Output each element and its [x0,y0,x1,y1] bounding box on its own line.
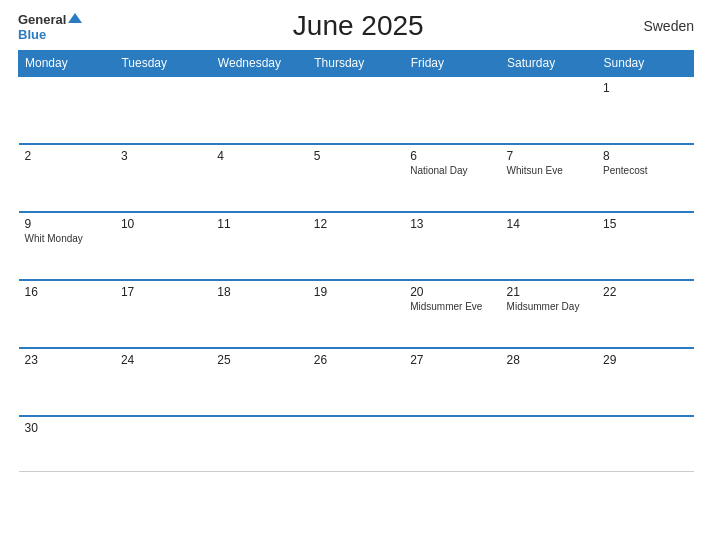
calendar-container: General Blue June 2025 Sweden MondayTues… [0,0,712,550]
calendar-cell: 6National Day [404,144,500,212]
calendar-cell [308,416,404,471]
day-number: 24 [121,353,205,367]
day-number: 21 [507,285,591,299]
calendar-cell: 5 [308,144,404,212]
calendar-cell [115,76,211,144]
calendar-cell [404,416,500,471]
day-number: 4 [217,149,301,163]
weekday-header-tuesday: Tuesday [115,51,211,77]
day-number: 13 [410,217,494,231]
calendar-cell: 2 [19,144,115,212]
week-row-5: 23242526272829 [19,348,694,416]
day-event: Whitsun Eve [507,165,591,176]
calendar-cell: 19 [308,280,404,348]
calendar-cell [19,76,115,144]
day-number: 12 [314,217,398,231]
week-row-6: 30 [19,416,694,471]
calendar-cell [211,76,307,144]
day-event: Pentecost [603,165,687,176]
day-number: 9 [25,217,109,231]
day-number: 3 [121,149,205,163]
week-row-1: 1 [19,76,694,144]
calendar-cell: 10 [115,212,211,280]
calendar-cell: 9Whit Monday [19,212,115,280]
calendar-cell: 18 [211,280,307,348]
day-number: 2 [25,149,109,163]
calendar-cell [597,416,693,471]
weekday-header-thursday: Thursday [308,51,404,77]
week-row-2: 23456National Day7Whitsun Eve8Pentecost [19,144,694,212]
logo-general: General [18,10,82,28]
calendar-cell: 26 [308,348,404,416]
calendar-cell: 12 [308,212,404,280]
day-event: Midsummer Day [507,301,591,312]
day-number: 7 [507,149,591,163]
calendar-cell [308,76,404,144]
day-number: 19 [314,285,398,299]
calendar-cell: 11 [211,212,307,280]
calendar-cell [501,416,597,471]
day-number: 5 [314,149,398,163]
calendar-cell: 17 [115,280,211,348]
day-number: 28 [507,353,591,367]
calendar-cell: 4 [211,144,307,212]
day-number: 22 [603,285,687,299]
day-number: 29 [603,353,687,367]
day-event: Midsummer Eve [410,301,494,312]
calendar-cell: 1 [597,76,693,144]
calendar-cell: 30 [19,416,115,471]
calendar-cell: 24 [115,348,211,416]
country-label: Sweden [634,18,694,34]
day-number: 30 [25,421,109,435]
weekday-header-saturday: Saturday [501,51,597,77]
weekday-header-friday: Friday [404,51,500,77]
logo-blue: Blue [18,28,82,42]
calendar-cell: 23 [19,348,115,416]
calendar-cell: 13 [404,212,500,280]
calendar-cell: 27 [404,348,500,416]
day-number: 25 [217,353,301,367]
calendar-cell: 22 [597,280,693,348]
day-number: 16 [25,285,109,299]
calendar-cell: 7Whitsun Eve [501,144,597,212]
weekday-header-monday: Monday [19,51,115,77]
day-number: 10 [121,217,205,231]
day-number: 18 [217,285,301,299]
day-number: 26 [314,353,398,367]
calendar-cell [211,416,307,471]
day-event: Whit Monday [25,233,109,244]
day-number: 1 [603,81,687,95]
calendar-cell: 21Midsummer Day [501,280,597,348]
calendar-cell [404,76,500,144]
day-number: 15 [603,217,687,231]
day-number: 11 [217,217,301,231]
day-event: National Day [410,165,494,176]
weekday-header-wednesday: Wednesday [211,51,307,77]
calendar-cell [115,416,211,471]
calendar-grid: MondayTuesdayWednesdayThursdayFridaySatu… [18,50,694,472]
calendar-cell [501,76,597,144]
calendar-cell: 29 [597,348,693,416]
calendar-title: June 2025 [82,10,634,42]
logo-triangle-icon [68,13,82,23]
calendar-cell: 14 [501,212,597,280]
day-number: 14 [507,217,591,231]
day-number: 20 [410,285,494,299]
day-number: 8 [603,149,687,163]
calendar-header: General Blue June 2025 Sweden [18,10,694,42]
week-row-4: 1617181920Midsummer Eve21Midsummer Day22 [19,280,694,348]
day-number: 23 [25,353,109,367]
weekday-header-sunday: Sunday [597,51,693,77]
calendar-cell: 20Midsummer Eve [404,280,500,348]
calendar-cell: 8Pentecost [597,144,693,212]
week-row-3: 9Whit Monday101112131415 [19,212,694,280]
weekday-header-row: MondayTuesdayWednesdayThursdayFridaySatu… [19,51,694,77]
day-number: 17 [121,285,205,299]
calendar-cell: 3 [115,144,211,212]
logo: General Blue [18,10,82,42]
day-number: 6 [410,149,494,163]
calendar-cell: 28 [501,348,597,416]
day-number: 27 [410,353,494,367]
calendar-cell: 16 [19,280,115,348]
calendar-cell: 15 [597,212,693,280]
